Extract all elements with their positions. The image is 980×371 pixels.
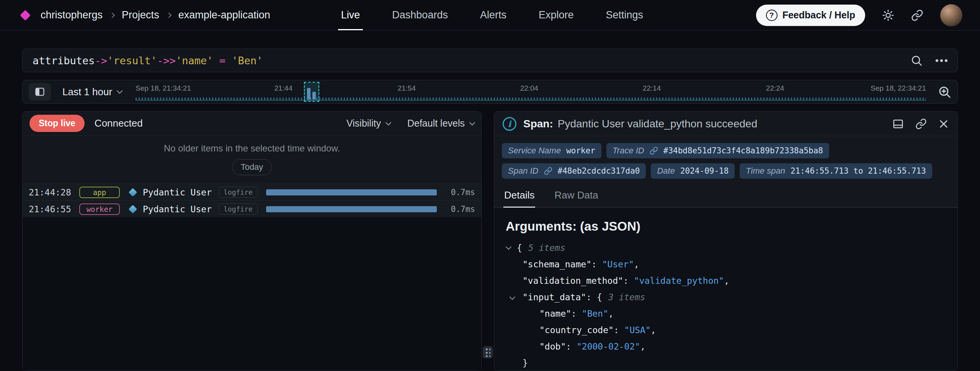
json-line: "dob": "2000-02-02",	[506, 338, 946, 355]
time-range-dropdown[interactable]: Last 1 hour	[62, 86, 122, 98]
live-panel-header: Stop live Connected Visibility Default l…	[23, 112, 481, 135]
duration-label: 0.7ms	[447, 205, 475, 214]
breadcrumb-projects[interactable]: Projects	[122, 9, 159, 21]
span-name: Pydantic User	[143, 187, 212, 197]
today-button[interactable]: Today	[232, 159, 272, 175]
activity-bar	[312, 92, 316, 99]
collapse-caret-icon[interactable]	[510, 294, 516, 300]
empty-window-notice: No older items in the selected time wind…	[23, 135, 481, 184]
time-span-badge: Time span 21:46:55.713 to 21:46:55.713	[740, 163, 932, 179]
chevron-right-icon	[166, 12, 172, 18]
record-diamond-icon	[129, 205, 137, 213]
trace-row[interactable]: 21:44:28 app Pydantic User logfire 0.7ms	[23, 184, 481, 200]
span-name: Pydantic User	[143, 204, 212, 214]
share-link-icon[interactable]	[911, 9, 923, 21]
details-content: Arguments: (as JSON) {5 items "schema_na…	[494, 208, 957, 371]
live-controls: Visibility Default levels	[346, 118, 474, 129]
span-details-panel: Span:Pydantic User validate_python succe…	[494, 111, 958, 371]
scope-badge: logfire	[219, 203, 258, 215]
service-tag: app	[79, 187, 120, 198]
chevron-down-icon	[385, 119, 392, 125]
json-line: {5 items	[506, 240, 946, 256]
default-levels-dropdown[interactable]: Default levels	[407, 118, 474, 129]
nav-tab-settings[interactable]: Settings	[606, 0, 643, 30]
json-line: "schema_name": "User",	[506, 256, 946, 273]
tab-raw-data[interactable]: Raw Data	[554, 185, 599, 207]
span-metadata-badges: Service Name worker Trace ID #34bd8e51d7…	[494, 136, 957, 183]
main-nav: Live Dashboards Alerts Explore Settings	[341, 0, 643, 30]
duration-label: 0.7ms	[447, 188, 475, 197]
nav-tab-live[interactable]: Live	[341, 0, 360, 30]
arguments-heading: Arguments: (as JSON)	[506, 219, 946, 234]
breadcrumb-org[interactable]: christophergs	[41, 9, 103, 21]
timeline-tick: Sep 18, 21:34:21	[136, 84, 191, 93]
duration-track	[266, 189, 437, 195]
timeline-tick: Sep 18, 22:34:21	[871, 84, 926, 93]
close-icon[interactable]	[938, 119, 949, 129]
stop-live-button[interactable]: Stop live	[29, 115, 85, 132]
collapse-caret-icon[interactable]	[506, 244, 512, 250]
panel-resize-handle[interactable]	[483, 346, 493, 358]
trace-timestamp: 21:46:55	[29, 204, 79, 214]
copy-link-icon[interactable]	[915, 118, 927, 130]
json-line: "validation_method": "validate_python",	[506, 273, 946, 289]
feedback-help-button[interactable]: Feedback / Help	[756, 5, 865, 26]
timeline-tick: 21:54	[398, 84, 416, 93]
dock-panel-icon[interactable]	[892, 118, 904, 130]
query-expression: attributes->'result'->>'name' = 'Ben'	[33, 55, 263, 67]
logfire-logo-icon[interactable]	[20, 10, 31, 20]
nav-tab-alerts[interactable]: Alerts	[480, 0, 506, 30]
top-nav-right: Feedback / Help	[756, 4, 962, 26]
activity-bar	[307, 88, 310, 99]
timeline-tick: 21:44	[274, 84, 292, 93]
json-line: "country_code": "USA",	[506, 322, 946, 338]
duration-track	[266, 206, 437, 212]
search-icon[interactable]	[910, 54, 923, 67]
zoom-in-icon[interactable]	[938, 85, 951, 99]
chevron-down-icon	[117, 88, 123, 94]
nav-tab-dashboards[interactable]: Dashboards	[392, 0, 448, 30]
details-title: Span:Pydantic User validate_python succe…	[523, 118, 757, 130]
theme-toggle-icon[interactable]	[882, 9, 894, 21]
live-panel: Stop live Connected Visibility Default l…	[22, 111, 482, 371]
timeline-baseline	[136, 100, 926, 101]
sidebar-toggle-icon[interactable]	[29, 83, 51, 101]
timeline-selection[interactable]	[304, 82, 319, 102]
info-circle-icon	[503, 117, 516, 131]
json-tree: {5 items "schema_name": "User", "validat…	[506, 240, 946, 371]
json-line: "name": "Ben",	[506, 306, 946, 322]
logfire-app: christophergs Projects example-applicati…	[0, 0, 980, 371]
tab-details[interactable]: Details	[503, 185, 535, 208]
query-input[interactable]: attributes->'result'->>'name' = 'Ben'	[22, 49, 958, 72]
trace-row[interactable]: 21:46:55 worker Pydantic User logfire 0.…	[23, 200, 481, 217]
timeline-tick: 22:24	[766, 84, 784, 93]
breadcrumb-project-name[interactable]: example-application	[178, 9, 270, 21]
more-options-icon[interactable]	[936, 59, 938, 62]
chevron-right-icon	[109, 12, 115, 18]
breadcrumb: christophergs Projects example-applicati…	[41, 9, 270, 21]
timeline-bar: Last 1 hour Sep 18, 21:34:21 21:44 21:54…	[22, 80, 958, 104]
service-tag: worker	[79, 203, 120, 215]
timeline[interactable]: Sep 18, 21:34:21 21:44 21:54 22:04 22:14…	[136, 80, 926, 103]
timeline-activity-histogram	[136, 98, 926, 100]
user-avatar[interactable]	[940, 4, 962, 26]
timeline-tick: 22:14	[643, 84, 661, 93]
chevron-down-icon	[469, 119, 475, 125]
visibility-dropdown[interactable]: Visibility	[346, 118, 390, 129]
query-actions	[910, 54, 947, 67]
help-circle-icon	[766, 10, 777, 21]
live-panel-empty-area	[23, 217, 481, 371]
duration-bar	[266, 189, 437, 195]
nav-tab-explore[interactable]: Explore	[539, 0, 574, 30]
empty-window-message: No older items in the selected time wind…	[23, 143, 481, 154]
json-line: "input_data": {3 items	[506, 289, 946, 306]
link-icon[interactable]	[544, 167, 552, 175]
trace-id-badge: Trace ID #34bd8e51d73c3f4c8a189b72338a5b…	[606, 143, 829, 158]
top-nav: christophergs Projects example-applicati…	[0, 0, 980, 31]
link-icon[interactable]	[650, 146, 658, 155]
details-tabs: Details Raw Data	[494, 183, 957, 208]
service-name-badge: Service Name worker	[502, 143, 601, 158]
trace-timestamp: 21:44:28	[29, 187, 79, 197]
record-diamond-icon	[129, 188, 137, 197]
scope-badge: logfire	[219, 187, 258, 198]
